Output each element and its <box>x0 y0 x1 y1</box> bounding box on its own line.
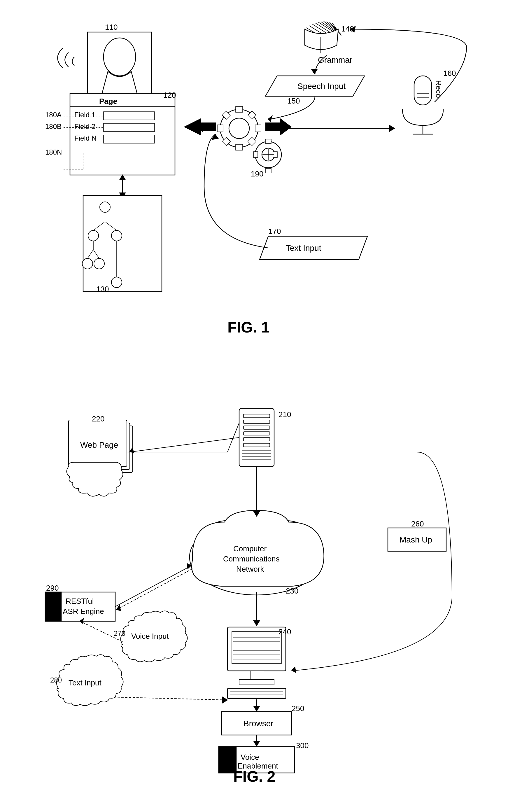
svg-marker-171 <box>291 666 296 673</box>
svg-rect-58 <box>104 124 155 132</box>
svg-point-1 <box>104 38 136 76</box>
svg-text:210: 210 <box>279 410 291 419</box>
svg-text:Mash Up: Mash Up <box>399 535 432 544</box>
svg-point-28 <box>229 118 249 139</box>
svg-rect-133 <box>239 680 274 685</box>
svg-line-172 <box>115 566 191 607</box>
svg-text:FIG. 1: FIG. 1 <box>227 319 269 336</box>
svg-text:290: 290 <box>46 584 59 592</box>
fig1-svg: 110 140 Grammar <box>29 12 496 362</box>
svg-rect-40 <box>265 169 271 173</box>
svg-text:180A: 180A <box>45 111 61 119</box>
svg-marker-168 <box>253 706 260 712</box>
svg-rect-101 <box>244 443 270 447</box>
svg-text:300: 300 <box>296 741 309 750</box>
svg-rect-100 <box>244 437 270 441</box>
svg-rect-32 <box>255 125 261 132</box>
svg-text:Web Page: Web Page <box>80 440 118 449</box>
svg-rect-99 <box>244 432 270 435</box>
svg-text:Voice: Voice <box>240 753 259 762</box>
svg-text:190: 190 <box>251 170 263 178</box>
svg-marker-175 <box>116 604 121 611</box>
svg-text:180N: 180N <box>45 148 62 156</box>
svg-text:Text Input: Text Input <box>286 244 321 252</box>
svg-point-85 <box>112 277 122 288</box>
svg-rect-29 <box>236 106 243 112</box>
svg-text:280: 280 <box>50 676 62 684</box>
svg-text:150: 150 <box>287 97 300 105</box>
svg-text:250: 250 <box>292 704 304 713</box>
svg-rect-31 <box>217 125 223 132</box>
svg-text:Text Input: Text Input <box>69 678 102 687</box>
svg-text:110: 110 <box>105 23 118 31</box>
svg-text:240: 240 <box>279 627 291 636</box>
svg-text:Field N: Field N <box>74 134 97 142</box>
svg-rect-30 <box>236 144 243 150</box>
svg-text:Voice Input: Voice Input <box>131 632 169 640</box>
svg-text:Page: Page <box>99 97 117 105</box>
svg-rect-60 <box>104 135 155 143</box>
svg-text:Field 1: Field 1 <box>74 111 95 119</box>
svg-rect-72 <box>83 195 162 292</box>
svg-text:180B: 180B <box>45 122 61 130</box>
svg-text:Browser: Browser <box>244 719 274 728</box>
svg-text:160: 160 <box>443 69 456 77</box>
svg-point-77 <box>88 230 99 241</box>
svg-marker-166 <box>253 620 260 626</box>
svg-rect-56 <box>104 112 155 120</box>
svg-text:170: 170 <box>268 227 281 236</box>
fig2-diagram: 210 Web Page 220 Computer Communic <box>29 394 496 791</box>
svg-text:130: 130 <box>96 285 109 293</box>
svg-marker-92 <box>311 69 318 74</box>
svg-text:270: 270 <box>114 629 126 637</box>
svg-text:220: 220 <box>92 415 104 423</box>
svg-text:Reco: Reco <box>434 80 443 98</box>
svg-text:Communications: Communications <box>223 554 280 563</box>
svg-line-161 <box>130 437 239 452</box>
svg-rect-19 <box>414 76 431 105</box>
svg-text:Computer: Computer <box>233 544 266 553</box>
svg-point-78 <box>112 230 122 241</box>
svg-text:ASR Engine: ASR Engine <box>63 607 104 616</box>
svg-marker-51 <box>389 125 395 132</box>
svg-marker-170 <box>253 741 260 747</box>
svg-line-178 <box>114 697 227 700</box>
fig1-diagram: 110 140 Grammar <box>29 12 496 362</box>
svg-text:260: 260 <box>411 520 424 528</box>
svg-rect-98 <box>244 426 270 429</box>
svg-text:FIG. 2: FIG. 2 <box>233 768 275 785</box>
svg-rect-132 <box>250 671 263 680</box>
svg-text:Network: Network <box>236 565 264 574</box>
svg-marker-47 <box>265 118 292 136</box>
svg-point-73 <box>100 202 110 212</box>
svg-rect-39 <box>265 139 271 144</box>
svg-line-174 <box>117 569 192 610</box>
page: 110 140 Grammar <box>0 0 529 812</box>
svg-rect-151 <box>45 592 61 621</box>
svg-point-83 <box>94 258 104 269</box>
svg-text:120: 120 <box>163 91 176 100</box>
svg-rect-125 <box>232 632 281 664</box>
svg-text:230: 230 <box>286 586 298 595</box>
svg-rect-96 <box>244 414 270 418</box>
svg-text:Grammar: Grammar <box>318 55 352 64</box>
svg-text:Field 2: Field 2 <box>74 122 95 130</box>
fig2-svg: 210 Web Page 220 Computer Communic <box>29 394 496 791</box>
svg-rect-97 <box>244 420 270 423</box>
svg-text:Speech Input: Speech Input <box>297 82 346 91</box>
svg-text:RESTful: RESTful <box>65 597 94 606</box>
svg-point-82 <box>82 258 93 269</box>
svg-rect-41 <box>253 152 258 158</box>
